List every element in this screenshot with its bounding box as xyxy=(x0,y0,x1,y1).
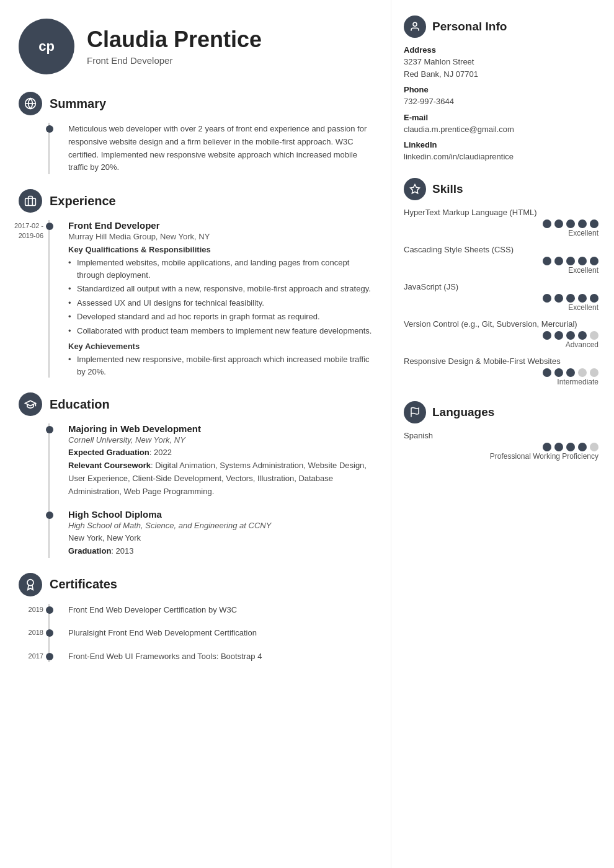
dot-filled xyxy=(566,257,575,265)
list-item: Collaborated with product team members t… xyxy=(68,325,372,337)
dot-filled xyxy=(543,257,551,265)
skills-icon xyxy=(404,178,426,200)
cert-text-1: Pluralsight Front End Web Development Ce… xyxy=(68,627,372,639)
education-item-0: Majoring in Web Development Cornell Univ… xyxy=(68,423,372,498)
summary-body: Meticulous web developer with over 2 yea… xyxy=(19,123,372,174)
languages-title: Languages xyxy=(432,405,494,419)
edu-school-1: High School of Math, Science, and Engine… xyxy=(68,521,372,530)
skill-name: Version Control (e.g., Git, Subversion, … xyxy=(404,319,598,329)
edu-graduation-0: Expected Graduation: 2022 xyxy=(68,446,372,459)
avatar: cp xyxy=(19,19,74,74)
exp-job-title: Front End Developer xyxy=(68,220,372,231)
job-title: Front End Developer xyxy=(87,55,262,66)
skill-item-3: Version Control (e.g., Git, Subversion, … xyxy=(404,319,598,349)
certificate-item-1: 2018 Pluralsight Front End Web Developme… xyxy=(68,627,372,639)
languages-icon xyxy=(404,401,426,423)
header-text: Claudia Prentice Front End Developer xyxy=(87,27,262,66)
skill-item-4: Responsive Design & Mobile-First Website… xyxy=(404,356,598,386)
edu-graduation-1: Graduation: 2013 xyxy=(68,545,372,558)
phone-label: Phone xyxy=(404,85,598,94)
full-name: Claudia Prentice xyxy=(87,27,262,52)
dot-filled xyxy=(554,331,563,340)
certificates-body: 2019 Front End Web Developer Certificati… xyxy=(19,604,372,663)
personal-info-icon xyxy=(404,16,426,38)
dot-empty xyxy=(590,368,598,377)
dot-filled xyxy=(554,368,563,377)
dot-filled xyxy=(590,257,598,265)
experience-dot-0 xyxy=(46,223,53,230)
skill-level: Advanced xyxy=(404,340,598,349)
skill-name: HyperText Markup Language (HTML) xyxy=(404,208,598,217)
exp-company: Murray Hill Media Group, New York, NY xyxy=(68,232,372,241)
dot-filled xyxy=(566,368,575,377)
edu-degree-1: High School Diploma xyxy=(68,509,372,520)
dot-filled xyxy=(554,294,563,303)
education-dot-1 xyxy=(46,512,53,519)
skill-dots xyxy=(404,368,598,377)
email-label: E-mail xyxy=(404,113,598,122)
certificates-title: Certificates xyxy=(50,577,117,591)
education-title: Education xyxy=(50,397,110,412)
skill-name: Cascading Style Sheets (CSS) xyxy=(404,245,598,254)
skill-level: Excellent xyxy=(404,303,598,312)
edu-degree-0: Majoring in Web Development xyxy=(68,423,372,434)
language-item-0: SpanishProfessional Working Proficiency xyxy=(404,431,598,461)
cert-year-1: 2018 xyxy=(0,628,43,637)
skill-item-2: JavaScript (JS)Excellent xyxy=(404,282,598,312)
email-value: claudia.m.prentice@gmail.com xyxy=(404,123,598,136)
dot-empty xyxy=(578,368,587,377)
skill-item-0: HyperText Markup Language (HTML)Excellen… xyxy=(404,208,598,237)
dot-filled xyxy=(566,331,575,340)
edu-school-0: Cornell University, New York, NY xyxy=(68,435,372,445)
exp-achievements-heading: Key Achievements xyxy=(68,342,372,351)
languages-list: SpanishProfessional Working Proficiency xyxy=(404,431,598,461)
education-item-1: High School Diploma High School of Math,… xyxy=(68,509,372,558)
address-label: Address xyxy=(404,45,598,55)
dot-filled xyxy=(554,443,563,451)
list-item: Assessed UX and UI designs for technical… xyxy=(68,297,372,309)
cert-text-2: Front-End Web UI Frameworks and Tools: B… xyxy=(68,650,372,663)
experience-item-0: 2017-02 - 2019-06 Front End Developer Mu… xyxy=(68,220,372,378)
skill-dots xyxy=(404,257,598,265)
skills-header: Skills xyxy=(404,178,598,200)
dot-filled xyxy=(578,257,587,265)
skill-level: Excellent xyxy=(404,229,598,237)
experience-header: Experience xyxy=(19,189,372,213)
cert-text-0: Front End Web Developer Certification by… xyxy=(68,604,372,616)
exp-achievements-list: Implemented new responsive, mobile-first… xyxy=(68,353,372,378)
education-icon xyxy=(19,392,42,416)
skill-level: Intermediate xyxy=(404,378,598,386)
dot-filled xyxy=(578,219,587,228)
svg-rect-2 xyxy=(25,198,36,206)
language-name: Spanish xyxy=(404,431,598,440)
dot-empty xyxy=(590,331,598,340)
certificate-item-2: 2017 Front-End Web UI Frameworks and Too… xyxy=(68,650,372,663)
skill-level: Excellent xyxy=(404,266,598,275)
address-value: 3237 Mahlon Street Red Bank, NJ 07701 xyxy=(404,56,598,80)
cert-year-0: 2019 xyxy=(0,605,43,614)
dot-filled xyxy=(578,443,587,451)
skills-section: Skills HyperText Markup Language (HTML)E… xyxy=(404,178,598,386)
dot-filled xyxy=(543,331,551,340)
dot-filled xyxy=(578,331,587,340)
dot-filled xyxy=(543,294,551,303)
experience-body: 2017-02 - 2019-06 Front End Developer Mu… xyxy=(19,220,372,378)
list-item: Implemented websites, mobile application… xyxy=(68,257,372,281)
dot-filled xyxy=(543,219,551,228)
experience-section: Experience 2017-02 - 2019-06 Front End D… xyxy=(19,189,372,378)
dot-empty xyxy=(590,443,598,451)
skills-list: HyperText Markup Language (HTML)Excellen… xyxy=(404,208,598,386)
summary-item: Meticulous web developer with over 2 yea… xyxy=(68,123,372,174)
dot-filled xyxy=(566,294,575,303)
skill-name: Responsive Design & Mobile-First Website… xyxy=(404,356,598,366)
dot-filled xyxy=(543,368,551,377)
exp-qualifications-heading: Key Qualifications & Responsibilities xyxy=(68,245,372,254)
skills-title: Skills xyxy=(432,182,463,196)
phone-value: 732-997-3644 xyxy=(404,95,598,108)
certificates-section: Certificates 2019 Front End Web Develope… xyxy=(19,573,372,663)
edu-location-1: New York, New York xyxy=(68,532,372,545)
linkedin-label: LinkedIn xyxy=(404,140,598,149)
education-section: Education Majoring in Web Development Co… xyxy=(19,392,372,558)
skill-dots xyxy=(404,219,598,228)
summary-section: Summary Meticulous web developer with ov… xyxy=(19,92,372,174)
